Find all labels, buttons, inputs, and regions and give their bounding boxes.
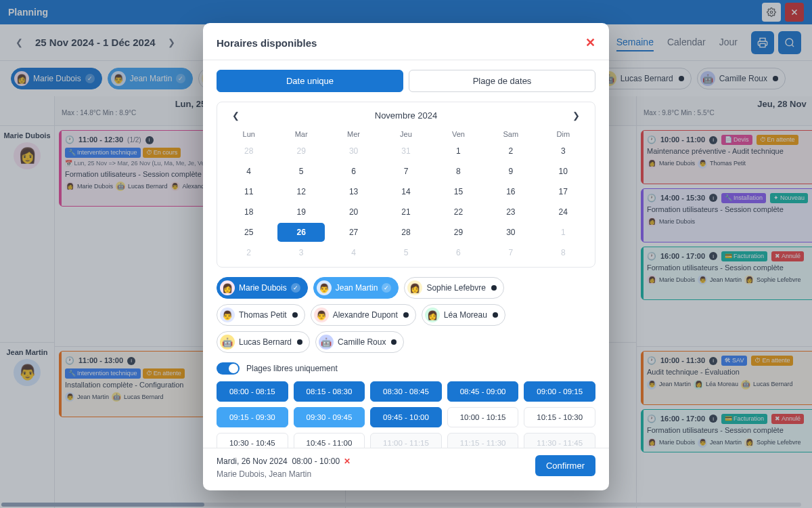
time-slot: 11:15 - 11:30 bbox=[447, 433, 519, 448]
confirm-button[interactable]: Confirmer bbox=[535, 455, 595, 476]
cal-day[interactable]: 26 bbox=[277, 223, 324, 242]
cal-day[interactable]: 28 bbox=[382, 223, 429, 242]
cal-day[interactable]: 27 bbox=[330, 223, 377, 242]
cal-day[interactable]: 8 bbox=[540, 243, 587, 262]
modal-chip[interactable]: 👨Alexandre Dupont bbox=[311, 304, 416, 326]
cal-dow: Ven bbox=[432, 127, 484, 141]
calendar: ❮ Novembre 2024 ❯ LunMarMerJeuVenSamDim … bbox=[217, 102, 595, 268]
time-slot: 11:00 - 11:15 bbox=[370, 433, 442, 448]
cal-day[interactable]: 4 bbox=[225, 162, 272, 181]
cal-day[interactable]: 24 bbox=[540, 203, 587, 221]
cal-day[interactable]: 3 bbox=[540, 142, 587, 161]
time-slot[interactable]: 09:00 - 09:15 bbox=[524, 381, 595, 402]
cal-day[interactable]: 23 bbox=[487, 203, 534, 221]
cal-dow: Sam bbox=[484, 127, 537, 141]
cal-day[interactable]: 13 bbox=[330, 182, 377, 201]
time-slot[interactable]: 08:00 - 08:15 bbox=[217, 381, 288, 402]
cal-next-button[interactable]: ❯ bbox=[568, 109, 584, 122]
cal-day[interactable]: 4 bbox=[330, 243, 377, 262]
time-slots-grid: 08:00 - 08:1508:15 - 08:3008:30 - 08:450… bbox=[217, 381, 595, 448]
cal-day[interactable]: 14 bbox=[382, 182, 429, 201]
cal-day[interactable]: 20 bbox=[330, 203, 377, 221]
cal-dow: Dim bbox=[537, 127, 589, 141]
segment-date-range[interactable]: Plage de dates bbox=[409, 70, 595, 92]
cal-day[interactable]: 31 bbox=[382, 142, 429, 161]
cal-day[interactable]: 7 bbox=[487, 243, 534, 262]
cal-day[interactable]: 8 bbox=[435, 162, 482, 181]
time-slot: 11:30 - 11:45 bbox=[524, 433, 595, 448]
cal-day[interactable]: 6 bbox=[435, 243, 482, 262]
cal-day[interactable]: 12 bbox=[277, 182, 324, 201]
cal-day[interactable]: 25 bbox=[225, 223, 272, 242]
availability-modal: Horaires disponibles ✕ Date unique Plage… bbox=[203, 23, 609, 490]
cal-day[interactable]: 5 bbox=[382, 243, 429, 262]
modal-title: Horaires disponibles bbox=[217, 37, 317, 49]
time-slot[interactable]: 10:15 - 10:30 bbox=[524, 407, 595, 427]
time-slot[interactable]: 09:45 - 10:00 bbox=[370, 407, 442, 427]
cal-day[interactable]: 5 bbox=[277, 162, 324, 181]
selection-summary: Mardi, 26 Nov 2024 08:00 - 10:00✕ Marie … bbox=[217, 455, 351, 481]
modal-chip[interactable]: 👨Thomas Petit bbox=[217, 304, 305, 326]
cal-month-label: Novembre 2024 bbox=[375, 110, 438, 121]
toggle-label: Plages libres uniquement bbox=[246, 364, 338, 373]
time-slot[interactable]: 08:15 - 08:30 bbox=[294, 381, 365, 402]
cal-dow: Mar bbox=[275, 127, 327, 141]
cal-day[interactable]: 17 bbox=[540, 182, 587, 201]
cal-day[interactable]: 21 bbox=[382, 203, 429, 221]
modal-chip[interactable]: 🤖Camille Roux bbox=[315, 331, 404, 353]
modal-chip[interactable]: 👩Léa Moreau bbox=[422, 304, 505, 326]
cal-day[interactable]: 11 bbox=[225, 182, 272, 201]
cal-day[interactable]: 2 bbox=[225, 243, 272, 262]
cal-day[interactable]: 30 bbox=[487, 223, 534, 242]
cal-dow: Mer bbox=[328, 127, 380, 141]
time-slot[interactable]: 10:30 - 10:45 bbox=[217, 433, 288, 448]
cal-day[interactable]: 18 bbox=[225, 203, 272, 221]
modal-close-button[interactable]: ✕ bbox=[585, 35, 595, 50]
cal-day[interactable]: 10 bbox=[540, 162, 587, 181]
cal-day[interactable]: 19 bbox=[277, 203, 324, 221]
cal-day[interactable]: 3 bbox=[277, 243, 324, 262]
cal-day[interactable]: 7 bbox=[382, 162, 429, 181]
modal-chip[interactable]: 👨Jean Martin✓ bbox=[313, 277, 399, 299]
cal-prev-button[interactable]: ❮ bbox=[228, 109, 244, 122]
cal-day[interactable]: 16 bbox=[487, 182, 534, 201]
cal-day[interactable]: 29 bbox=[277, 142, 324, 161]
cal-day[interactable]: 30 bbox=[330, 142, 377, 161]
cal-day[interactable]: 1 bbox=[540, 223, 587, 242]
cal-day[interactable]: 22 bbox=[435, 203, 482, 221]
cal-day[interactable]: 1 bbox=[435, 142, 482, 161]
modal-resource-chips: 👩Marie Dubois✓ 👨Jean Martin✓ 👩Sophie Lef… bbox=[217, 277, 595, 353]
time-slot[interactable]: 08:45 - 09:00 bbox=[447, 381, 519, 402]
segment-date-single[interactable]: Date unique bbox=[217, 70, 403, 92]
time-slot[interactable]: 09:15 - 09:30 bbox=[217, 407, 288, 427]
cal-day[interactable]: 29 bbox=[435, 223, 482, 242]
cal-day[interactable]: 2 bbox=[487, 142, 534, 161]
time-slot[interactable]: 10:00 - 10:15 bbox=[447, 407, 519, 427]
free-only-toggle[interactable] bbox=[217, 362, 240, 375]
modal-chip[interactable]: 👩Marie Dubois✓ bbox=[217, 277, 308, 299]
modal-chip[interactable]: 🤖Lucas Bernard bbox=[217, 331, 310, 353]
cal-dow: Jeu bbox=[380, 127, 432, 141]
cal-day[interactable]: 28 bbox=[225, 142, 272, 161]
cal-day[interactable]: 9 bbox=[487, 162, 534, 181]
remove-selection-button[interactable]: ✕ bbox=[344, 457, 351, 466]
cal-day[interactable]: 6 bbox=[330, 162, 377, 181]
modal-chip[interactable]: 👩Sophie Lefebvre bbox=[404, 277, 503, 299]
cal-dow: Lun bbox=[223, 127, 275, 141]
time-slot[interactable]: 09:30 - 09:45 bbox=[294, 407, 365, 427]
cal-day[interactable]: 15 bbox=[435, 182, 482, 201]
time-slot[interactable]: 08:30 - 08:45 bbox=[370, 381, 442, 402]
time-slot[interactable]: 10:45 - 11:00 bbox=[294, 433, 365, 448]
